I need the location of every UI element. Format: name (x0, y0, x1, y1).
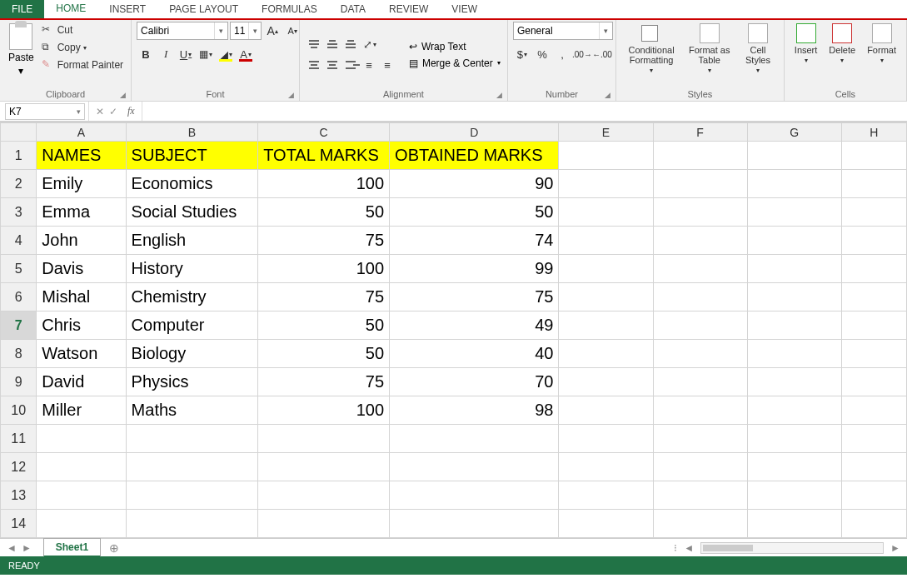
cut-button[interactable]: ✂ Cut (39, 22, 126, 38)
delete-cells-button[interactable]: Delete ▾ (824, 22, 860, 66)
enter-formula-icon[interactable]: ✓ (109, 106, 117, 117)
cell-F13[interactable] (653, 481, 747, 510)
fx-icon[interactable]: fx (122, 105, 135, 117)
cell-B8[interactable]: Biology (126, 340, 258, 368)
cell-styles-button[interactable]: Cell Styles ▾ (737, 22, 779, 76)
row-header-5[interactable]: 5 (1, 255, 37, 283)
borders-button[interactable]: ▦▾ (197, 45, 215, 63)
row-header-9[interactable]: 9 (1, 368, 37, 396)
cell-A1[interactable]: NAMES (37, 142, 126, 170)
cell-E13[interactable] (559, 481, 653, 510)
cell-G1[interactable] (747, 142, 841, 170)
cell-B1[interactable]: SUBJECT (126, 142, 258, 170)
cell-A7[interactable]: Chris (37, 311, 126, 340)
cell-F5[interactable] (653, 255, 747, 283)
cell-G9[interactable] (747, 368, 841, 396)
align-right-button[interactable] (341, 56, 360, 74)
insert-cells-button[interactable]: Insert ▾ (790, 22, 823, 66)
spreadsheet-grid[interactable]: ABCDEFGH1NAMESSUBJECTTOTAL MARKSOBTAINED… (0, 122, 907, 538)
cell-C1[interactable]: TOTAL MARKS (258, 142, 390, 170)
tab-file[interactable]: FILE (0, 0, 44, 18)
cell-B3[interactable]: Social Studies (126, 198, 258, 227)
cell-G6[interactable] (747, 283, 841, 311)
col-header-B[interactable]: B (126, 123, 258, 142)
decrease-indent-button[interactable]: ≡ (360, 56, 378, 74)
cell-B6[interactable]: Chemistry (126, 283, 258, 311)
splitter-icon[interactable]: ⁝ (674, 542, 677, 554)
row-header-11[interactable]: 11 (1, 425, 37, 453)
dialog-launcher-icon[interactable]: ◢ (288, 91, 294, 99)
cell-E9[interactable] (559, 368, 653, 396)
cell-B4[interactable]: English (126, 227, 258, 255)
cell-H9[interactable] (841, 368, 906, 396)
cell-F8[interactable] (653, 340, 747, 368)
cell-G5[interactable] (747, 255, 841, 283)
tab-home[interactable]: HOME (44, 0, 97, 18)
cell-E6[interactable] (559, 283, 653, 311)
cell-F14[interactable] (653, 510, 747, 538)
cell-H2[interactable] (841, 170, 906, 198)
increase-indent-button[interactable]: ≡ (378, 56, 396, 74)
cell-F10[interactable] (653, 396, 747, 425)
cell-D1[interactable]: OBTAINED MARKS (390, 142, 559, 170)
cell-C9[interactable]: 75 (258, 368, 390, 396)
col-header-A[interactable]: A (37, 123, 126, 142)
cell-E10[interactable] (559, 396, 653, 425)
cell-E14[interactable] (559, 510, 653, 538)
cell-E11[interactable] (559, 425, 653, 453)
cell-A3[interactable]: Emma (37, 198, 126, 227)
cell-G11[interactable] (747, 425, 841, 453)
cell-A8[interactable]: Watson (37, 340, 126, 368)
orientation-button[interactable]: ⤢▾ (360, 35, 380, 53)
cell-A5[interactable]: Davis (37, 255, 126, 283)
cell-A12[interactable] (37, 453, 126, 481)
accounting-format-button[interactable]: $▾ (513, 45, 531, 63)
row-header-1[interactable]: 1 (1, 142, 37, 170)
cell-D8[interactable]: 40 (390, 340, 559, 368)
dialog-launcher-icon[interactable]: ◢ (496, 91, 502, 99)
cell-F6[interactable] (653, 283, 747, 311)
tab-page-layout[interactable]: PAGE LAYOUT (157, 0, 250, 18)
decrease-font-button[interactable]: A▾ (283, 22, 302, 40)
horizontal-scrollbar[interactable] (700, 542, 884, 554)
cell-B7[interactable]: Computer (126, 311, 258, 340)
format-painter-button[interactable]: ✎ Format Painter (39, 57, 126, 73)
cell-G4[interactable] (747, 227, 841, 255)
cell-E2[interactable] (559, 170, 653, 198)
cell-E5[interactable] (559, 255, 653, 283)
tab-review[interactable]: REVIEW (377, 0, 440, 18)
cancel-formula-icon[interactable]: ✕ (96, 106, 104, 117)
cell-A13[interactable] (37, 481, 126, 510)
cell-C14[interactable] (258, 510, 390, 538)
col-header-D[interactable]: D (390, 123, 559, 142)
select-all-corner[interactable] (1, 123, 37, 142)
decrease-decimal-button[interactable]: ←.00 (593, 45, 611, 63)
cell-A11[interactable] (37, 425, 126, 453)
cell-D3[interactable]: 50 (390, 198, 559, 227)
cell-G14[interactable] (747, 510, 841, 538)
cell-H11[interactable] (841, 425, 906, 453)
cell-D11[interactable] (390, 425, 559, 453)
cell-H7[interactable] (841, 311, 906, 340)
row-header-10[interactable]: 10 (1, 396, 37, 425)
wrap-text-button[interactable]: ↩ Wrap Text (405, 39, 505, 54)
align-left-button[interactable] (305, 56, 323, 74)
cell-F3[interactable] (653, 198, 747, 227)
italic-button[interactable]: I (157, 45, 175, 63)
cell-C11[interactable] (258, 425, 390, 453)
cell-H10[interactable] (841, 396, 906, 425)
sheet-tab-1[interactable]: Sheet1 (43, 538, 101, 557)
align-middle-button[interactable] (323, 35, 341, 53)
cell-G3[interactable] (747, 198, 841, 227)
cell-C7[interactable]: 50 (258, 311, 390, 340)
cell-H12[interactable] (841, 453, 906, 481)
tab-data[interactable]: DATA (329, 0, 377, 18)
cell-C6[interactable]: 75 (258, 283, 390, 311)
merge-center-button[interactable]: ▤ Merge & Center ▾ (405, 56, 505, 71)
dialog-launcher-icon[interactable]: ◢ (120, 91, 126, 99)
formula-input[interactable] (142, 103, 907, 120)
col-header-E[interactable]: E (559, 123, 653, 142)
cell-F11[interactable] (653, 425, 747, 453)
row-header-14[interactable]: 14 (1, 510, 37, 538)
cell-B11[interactable] (126, 425, 258, 453)
